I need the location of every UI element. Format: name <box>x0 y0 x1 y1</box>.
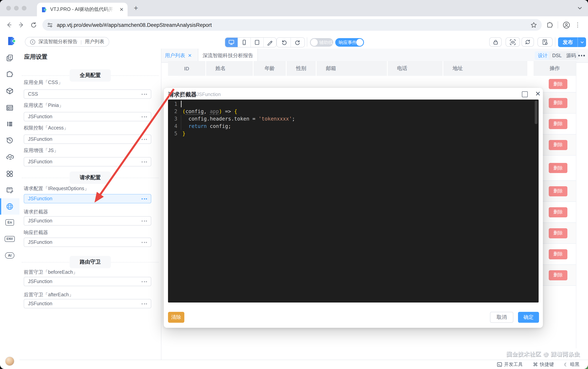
lock-button[interactable] <box>489 37 502 47</box>
editor-scrollbar[interactable] <box>535 101 537 124</box>
edit-pencil-button[interactable] <box>264 38 276 47</box>
publish-dropdown-icon[interactable] <box>578 40 586 44</box>
breadcrumb-project[interactable]: 深流智能分析报告 <box>39 39 77 45</box>
preview-button[interactable] <box>505 37 520 47</box>
publish-button[interactable]: 发布 <box>558 37 586 47</box>
column-header[interactable]: 年龄 <box>254 61 287 76</box>
delete-button[interactable]: 删除 <box>549 140 567 150</box>
browser-tab[interactable]: VTJ.PRO - AI驱动的低代码开发 ✕ <box>37 3 128 16</box>
minimize-window-button[interactable] <box>14 6 19 10</box>
window-controls[interactable] <box>6 6 26 10</box>
reload-icon[interactable] <box>30 21 37 28</box>
sidebar-item-history[interactable] <box>6 136 14 144</box>
publish-label[interactable]: 发布 <box>558 39 578 46</box>
sidebar-item-form[interactable] <box>6 186 14 194</box>
confirm-button[interactable]: 确定 <box>518 312 539 323</box>
tabbar-more-icon[interactable] <box>578 55 585 56</box>
field-input[interactable]: JSFunction <box>24 216 151 226</box>
delete-button[interactable]: 删除 <box>549 270 567 280</box>
close-icon[interactable]: ✕ <box>535 90 541 98</box>
ellipsis-icon[interactable] <box>142 93 147 95</box>
mode-design[interactable]: 设计 <box>535 51 551 60</box>
desktop-device-button[interactable] <box>225 38 238 47</box>
field-input[interactable]: JSFunction <box>24 194 151 203</box>
sidebar-item-ai[interactable]: AI <box>5 252 14 259</box>
ellipsis-icon[interactable] <box>142 116 147 117</box>
mode-source[interactable]: 源码 <box>563 51 579 60</box>
field-input[interactable]: JSFunction <box>24 134 151 144</box>
tab-close-icon[interactable]: ✕ <box>119 7 124 12</box>
code-editor[interactable]: 12(config, app) => {3 config.headers.tok… <box>168 100 539 303</box>
ellipsis-icon[interactable] <box>142 198 147 199</box>
address-bar[interactable]: app.vtj.pro/dev/web/#/app/samchen08.Deep… <box>42 19 542 31</box>
tablet-device-button[interactable] <box>251 38 264 47</box>
ellipsis-icon[interactable] <box>142 242 147 243</box>
clear-button[interactable]: 清除 <box>168 312 184 323</box>
delete-button[interactable]: 删除 <box>549 98 567 108</box>
maximize-icon[interactable] <box>522 91 528 97</box>
breadcrumb[interactable]: 深流智能分析报告 | 用户列表 <box>25 37 109 47</box>
column-header[interactable]: 邮箱 <box>317 61 388 76</box>
browser-menu-icon[interactable]: ⋮ <box>575 21 581 28</box>
ellipsis-icon[interactable] <box>142 220 147 221</box>
delete-button[interactable]: 删除 <box>549 249 567 259</box>
mode-dsl[interactable]: DSL <box>549 51 565 60</box>
ellipsis-icon[interactable] <box>142 161 147 162</box>
site-settings-icon[interactable] <box>47 22 53 28</box>
ellipsis-icon[interactable] <box>142 303 147 304</box>
sidebar-item-components[interactable] <box>6 87 14 95</box>
field-input[interactable]: JSFunction <box>24 112 151 121</box>
phone-device-button[interactable] <box>238 38 251 47</box>
close-window-button[interactable] <box>6 6 11 10</box>
events-toggle[interactable]: 响应事件 <box>335 38 364 47</box>
delete-button[interactable]: 删除 <box>549 228 567 238</box>
tab-close-icon[interactable]: ✕ <box>188 53 192 58</box>
field-input[interactable]: JSFunction <box>24 157 151 166</box>
tab-search-chevron-icon[interactable] <box>577 5 583 11</box>
sidebar-item-env[interactable]: ENV <box>5 236 15 242</box>
refresh-button[interactable] <box>522 37 534 47</box>
user-avatar[interactable] <box>5 357 14 366</box>
cancel-button[interactable]: 取消 <box>490 312 513 323</box>
back-icon[interactable] <box>5 21 12 28</box>
delete-button[interactable]: 删除 <box>549 79 567 89</box>
field-input[interactable]: JSFunction <box>24 237 151 247</box>
sidebar-item-pages[interactable] <box>6 54 14 62</box>
zoom-window-button[interactable] <box>22 6 26 10</box>
profile-icon[interactable] <box>563 21 570 29</box>
column-header[interactable]: 地址 <box>443 61 528 76</box>
sidebar-item-i18n[interactable]: En <box>5 219 14 226</box>
breadcrumb-page[interactable]: 用户列表 <box>85 39 104 45</box>
delete-button[interactable]: 删除 <box>549 163 567 173</box>
footer-link-开发工具[interactable]: 开发工具 <box>497 361 523 368</box>
sidebar-item-layout[interactable] <box>6 104 14 112</box>
page-settings-button[interactable] <box>537 37 553 47</box>
tab-user-list[interactable]: 用户列表 ✕ <box>161 49 198 62</box>
url-text[interactable]: app.vtj.pro/dev/web/#/app/samchen08.Deep… <box>57 22 530 28</box>
delete-button[interactable]: 删除 <box>549 207 567 217</box>
extensions-icon[interactable] <box>547 21 553 28</box>
column-header[interactable]: 电话 <box>388 61 443 76</box>
sidebar-item-blocks[interactable] <box>6 70 14 78</box>
column-header-actions[interactable]: 操作 <box>534 61 576 76</box>
tab-analysis-report[interactable]: 深流智能科技分析报告 <box>198 49 258 62</box>
delete-button[interactable]: 删除 <box>549 119 567 129</box>
field-input[interactable]: JSFunction <box>24 299 151 308</box>
back-circle-icon[interactable] <box>30 39 35 44</box>
sidebar-item-network[interactable] <box>6 203 14 210</box>
bookmark-star-icon[interactable] <box>530 21 537 28</box>
footer-link-快捷键[interactable]: ⌘快捷键 <box>533 361 554 368</box>
redo-button[interactable] <box>291 38 305 47</box>
sidebar-item-api[interactable]: API <box>6 153 14 161</box>
delete-button[interactable]: 删除 <box>549 186 567 196</box>
new-tab-button[interactable]: + <box>134 4 138 12</box>
footer-link-暗黑[interactable]: ☾暗黑 <box>564 361 579 368</box>
field-input[interactable]: JSFunction <box>24 277 151 286</box>
sidebar-item-outline[interactable] <box>6 120 14 128</box>
undo-button[interactable] <box>277 38 291 47</box>
forward-icon[interactable] <box>18 21 25 28</box>
ellipsis-icon[interactable] <box>142 281 147 282</box>
field-input[interactable]: CSS <box>24 89 151 99</box>
column-header[interactable]: 姓名 <box>206 61 254 76</box>
sidebar-item-apps[interactable] <box>6 170 14 178</box>
